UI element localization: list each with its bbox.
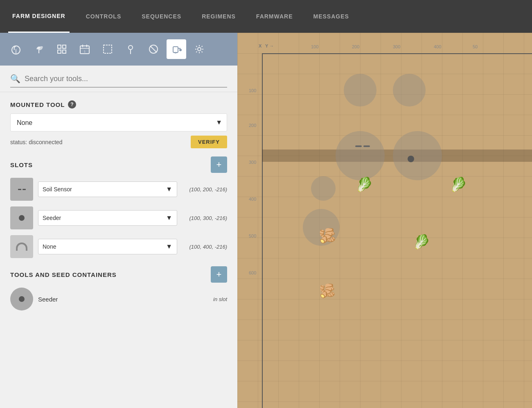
y-tick-100: 100: [249, 88, 256, 93]
slot-3-select[interactable]: None Soil Sensor Seeder Watering Nozzle: [38, 239, 177, 254]
plants-icon[interactable]: [6, 39, 26, 59]
left-panel: 1: [0, 33, 237, 408]
svg-point-17: [198, 48, 201, 51]
mounted-tool-select[interactable]: None Soil Sensor Seeder Watering Nozzle: [10, 113, 227, 131]
circle-feature-small-1: [311, 176, 336, 201]
x-tick-100: 100: [311, 44, 318, 49]
circle-feature-2: [393, 131, 442, 180]
slots-section: SLOTS + Soil Sensor None Seeder: [10, 156, 227, 258]
crops-icon[interactable]: [29, 39, 49, 59]
svg-line-14: [150, 46, 157, 52]
arch-icon: [16, 243, 27, 251]
x-tick-200: 200: [352, 44, 359, 49]
y-axis-label: Y →: [265, 43, 274, 48]
mounted-tool-header: MOUNTED TOOL ?: [10, 100, 227, 109]
plant-beet-1: 🫚: [319, 227, 336, 244]
content-area: MOUNTED TOOL ? None Soil Sensor Seeder W…: [0, 92, 237, 408]
y-tick-600: 600: [249, 270, 256, 275]
mounted-tool-section: MOUNTED TOOL ? None Soil Sensor Seeder W…: [10, 100, 227, 148]
y-tick-400: 400: [249, 197, 256, 202]
search-area: 🔍: [0, 66, 237, 92]
slot-item-2: Seeder None Soil Sensor Watering Nozzle …: [10, 206, 227, 229]
x-tick-500: 50: [473, 44, 478, 49]
svg-rect-5: [63, 50, 66, 53]
svg-point-16: [179, 49, 182, 51]
tool-1-name: Seeder: [38, 296, 208, 303]
tool-seeder-dot-icon: [19, 296, 25, 302]
nav-sequences[interactable]: SEQUENCES: [138, 0, 185, 33]
slot-2-select[interactable]: Seeder None Soil Sensor Watering Nozzle: [38, 210, 177, 226]
status-text: status: disconnected: [10, 139, 63, 145]
search-icon: 🔍: [10, 74, 20, 84]
slot-2-coords: (100, 300, -216): [182, 215, 227, 221]
slot-1-select-wrapper: Soil Sensor None Seeder Watering Nozzle …: [38, 181, 177, 197]
x-axis: [262, 53, 532, 54]
main-layout: 1: [0, 33, 532, 408]
x-axis-label: X: [259, 43, 261, 48]
nav-regimens[interactable]: REGIMENS: [198, 0, 240, 33]
tool-1-icon: [10, 288, 33, 311]
selection-icon[interactable]: [98, 39, 117, 59]
add-slot-button[interactable]: +: [211, 156, 227, 173]
nav-farm-designer[interactable]: FARM DESIGNER: [8, 0, 70, 33]
grid-overlay: [237, 33, 532, 408]
mounted-tool-help-icon[interactable]: ?: [68, 100, 76, 109]
x-tick-300: 300: [393, 44, 400, 49]
slot-1-icon: [10, 178, 33, 201]
tools-title: TOOLS AND SEED CONTAINERS: [10, 271, 117, 278]
svg-rect-3: [63, 45, 66, 48]
top-nav: FARM DESIGNER CONTROLS SEQUENCES REGIMEN…: [0, 0, 532, 33]
slot-item-1: Soil Sensor None Seeder Watering Nozzle …: [10, 178, 227, 201]
plant-beet-2: 🫚: [319, 283, 336, 299]
verify-button[interactable]: VERIFY: [191, 136, 227, 148]
map-panel: X Y → 100 200 300 400 50 100 200 300 400…: [237, 33, 532, 408]
calendar-icon[interactable]: 1: [75, 39, 95, 59]
slot-1-coords: (100, 200, -216): [182, 186, 227, 193]
y-tick-300: 300: [249, 160, 256, 165]
tool-1-status: in slot: [213, 296, 227, 302]
seeder-dot-icon: [19, 215, 25, 221]
y-tick-200: 200: [249, 123, 256, 128]
forbidden-icon[interactable]: [144, 39, 163, 59]
mounted-tool-select-wrapper: None Soil Sensor Seeder Watering Nozzle …: [10, 113, 227, 131]
svg-rect-2: [58, 45, 61, 48]
plant-spinach-3: 🥬: [413, 233, 430, 250]
nav-farmware[interactable]: FARMWARE: [252, 0, 297, 33]
slot-indicator-2: [363, 145, 370, 147]
tools-section: TOOLS AND SEED CONTAINERS + Seeder in sl…: [10, 266, 227, 311]
svg-rect-4: [58, 50, 61, 53]
slot-2-select-wrapper: Seeder None Soil Sensor Watering Nozzle …: [38, 210, 177, 226]
tools-header: TOOLS AND SEED CONTAINERS +: [10, 266, 227, 283]
slot-3-coords: (100, 400, -216): [182, 244, 227, 250]
sensor-dash-icon: [18, 189, 26, 190]
search-container: 🔍: [10, 74, 227, 88]
nav-controls[interactable]: CONTROLS: [82, 0, 126, 33]
grid-icon[interactable]: [52, 39, 72, 59]
add-tool-button[interactable]: +: [211, 266, 227, 283]
plant-spinach-2: 🥬: [450, 176, 467, 193]
tool-item-1: Seeder in slot: [10, 288, 227, 311]
settings-icon[interactable]: [189, 39, 209, 59]
svg-rect-15: [173, 47, 178, 52]
circle-feature-4: [393, 74, 426, 107]
svg-rect-11: [104, 45, 112, 53]
nav-messages[interactable]: MESSAGES: [309, 0, 353, 33]
x-tick-400: 400: [434, 44, 441, 49]
slot-3-select-wrapper: None Soil Sensor Seeder Watering Nozzle …: [38, 239, 177, 254]
search-input[interactable]: [25, 75, 227, 83]
map-canvas[interactable]: X Y → 100 200 300 400 50 100 200 300 400…: [237, 33, 532, 408]
y-axis: [262, 53, 263, 408]
slot-3-icon: [10, 235, 33, 258]
water-icon[interactable]: [167, 39, 186, 59]
mounted-tool-title: MOUNTED TOOL ?: [10, 100, 76, 109]
circle-feature-3: [344, 74, 376, 107]
slot-indicator-1: [355, 145, 362, 147]
slot-item-3: None Soil Sensor Seeder Watering Nozzle …: [10, 235, 227, 258]
pin-icon[interactable]: [121, 39, 140, 59]
slot-2-icon: [10, 206, 33, 229]
slot-1-select[interactable]: Soil Sensor None Seeder Watering Nozzle: [38, 181, 177, 197]
svg-text:1: 1: [84, 50, 86, 53]
slots-title: SLOTS: [10, 161, 33, 168]
circle-feature-1: [336, 131, 385, 180]
seeder-indicator: [408, 156, 414, 162]
